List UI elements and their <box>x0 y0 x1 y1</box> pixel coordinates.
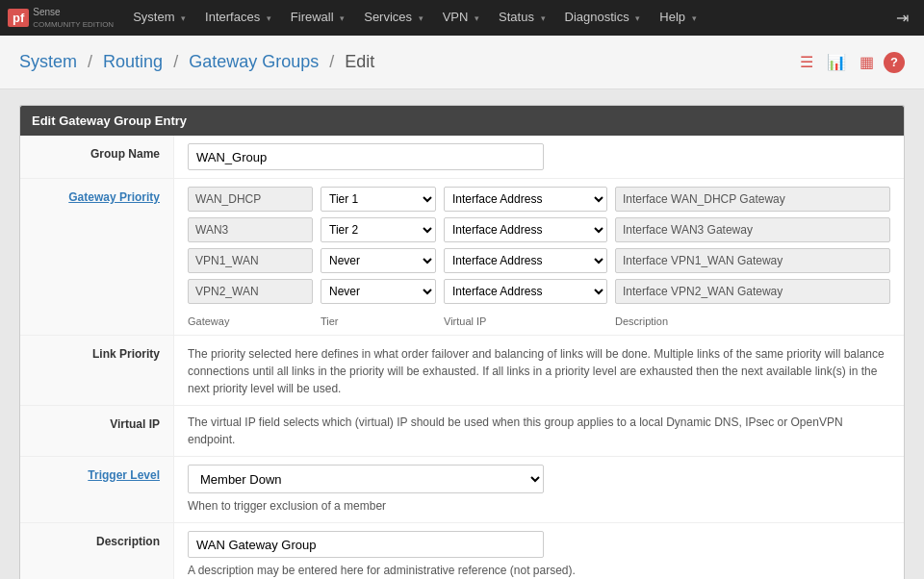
gateway-row-1: Tier 1 Tier 2 Tier 3 Tier 4 Tier 5 Never… <box>188 217 890 242</box>
breadcrumb-edit: Edit <box>345 52 374 71</box>
nav-item-help[interactable]: Help ▾ <box>650 0 706 37</box>
nav-item-vpn[interactable]: VPN ▾ <box>433 0 489 37</box>
description-row: Description A description may be entered… <box>20 523 904 579</box>
nav-item-services[interactable]: Services ▾ <box>354 0 432 37</box>
gateway-row-2: Tier 1 Tier 2 Tier 3 Tier 4 Tier 5 Never… <box>188 248 890 273</box>
panel-body: Group Name Gateway Priority Tier 1 <box>20 136 904 579</box>
group-name-content <box>174 136 904 178</box>
virtual-ip-label: Virtual IP <box>110 417 160 431</box>
trigger-level-select[interactable]: Member Down Packet Loss High Latency Pac… <box>188 465 544 493</box>
help-icon[interactable]: ? <box>884 52 905 73</box>
nav-item-firewall[interactable]: Firewall ▾ <box>281 0 354 37</box>
gateway-priority-label[interactable]: Gateway Priority <box>68 190 160 204</box>
gw-tier-select-2[interactable]: Tier 1 Tier 2 Tier 3 Tier 4 Tier 5 Never <box>321 248 436 273</box>
trigger-level-row: Trigger Level Member Down Packet Loss Hi… <box>20 457 904 523</box>
group-name-row: Group Name <box>20 136 904 179</box>
gw-desc-1[interactable] <box>615 217 890 242</box>
trigger-level-label-col: Trigger Level <box>20 457 174 522</box>
description-content: A description may be entered here for ad… <box>174 523 904 579</box>
col-description: Description <box>615 315 890 327</box>
col-tier: Tier <box>321 315 436 327</box>
gw-column-headers: Gateway Tier Virtual IP Description <box>188 315 890 327</box>
breadcrumb-sep-2: / <box>173 52 178 71</box>
navbar: pf SenseCOMMUNITY EDITION System ▾ Inter… <box>0 0 924 36</box>
nav-menu: System ▾ Interfaces ▾ Firewall ▾ Service… <box>123 0 888 37</box>
col-virtual-ip: Virtual IP <box>444 315 607 327</box>
gw-desc-2[interactable] <box>615 248 890 273</box>
link-priority-content: The priority selected here defines in wh… <box>174 336 904 405</box>
virtual-ip-content: The virtual IP field selects which (virt… <box>174 406 904 456</box>
gw-vip-select-1[interactable]: Interface Address Other <box>444 217 607 242</box>
breadcrumb: System / Routing / Gateway Groups / Edit <box>19 52 374 72</box>
gw-name-3[interactable] <box>188 279 313 304</box>
gw-vip-select-3[interactable]: Interface Address Other <box>444 279 607 304</box>
gw-vip-select-2[interactable]: Interface Address Other <box>444 248 607 273</box>
virtual-ip-row: Virtual IP The virtual IP field selects … <box>20 406 904 457</box>
main-content: Edit Gateway Group Entry Group Name Gate… <box>0 89 924 579</box>
gateway-priority-content: Tier 1 Tier 2 Tier 3 Tier 4 Tier 5 Never… <box>174 179 904 335</box>
gw-tier-select-0[interactable]: Tier 1 Tier 2 Tier 3 Tier 4 Tier 5 Never <box>321 187 436 212</box>
breadcrumb-bar: System / Routing / Gateway Groups / Edit… <box>0 36 924 89</box>
chart-icon[interactable]: 📊 <box>823 51 850 73</box>
col-gateway: Gateway <box>188 315 313 327</box>
description-input[interactable] <box>188 531 544 558</box>
breadcrumb-sep-3: / <box>329 52 334 71</box>
gw-tier-select-3[interactable]: Tier 1 Tier 2 Tier 3 Tier 4 Tier 5 Never <box>321 279 436 304</box>
link-priority-row: Link Priority The priority selected here… <box>20 336 904 406</box>
logout-icon[interactable]: ⇥ <box>888 9 916 27</box>
edit-panel: Edit Gateway Group Entry Group Name Gate… <box>19 105 905 579</box>
gateway-priority-label-col: Gateway Priority <box>20 179 174 335</box>
breadcrumb-system[interactable]: System <box>19 52 77 71</box>
gw-name-2[interactable] <box>188 248 313 273</box>
breadcrumb-gateway-groups[interactable]: Gateway Groups <box>189 52 319 71</box>
gw-tier-select-1[interactable]: Tier 1 Tier 2 Tier 3 Tier 4 Tier 5 Never <box>321 217 436 242</box>
gw-desc-3[interactable] <box>615 279 890 304</box>
virtual-ip-text: The virtual IP field selects which (virt… <box>188 414 890 448</box>
trigger-level-help: When to trigger exclusion of a member <box>188 497 890 515</box>
nav-item-diagnostics[interactable]: Diagnostics ▾ <box>555 0 651 37</box>
panel-heading: Edit Gateway Group Entry <box>20 106 904 136</box>
gateway-row-0: Tier 1 Tier 2 Tier 3 Tier 4 Tier 5 Never… <box>188 187 890 212</box>
logo: pf SenseCOMMUNITY EDITION <box>8 7 114 30</box>
list-icon[interactable]: ☰ <box>796 51 817 73</box>
gw-name-1[interactable] <box>188 217 313 242</box>
panel-title: Edit Gateway Group Entry <box>32 113 187 128</box>
gw-name-0[interactable] <box>188 187 313 212</box>
description-label: Description <box>96 535 160 548</box>
breadcrumb-sep-1: / <box>88 52 92 71</box>
trigger-level-label[interactable]: Trigger Level <box>88 468 160 482</box>
gateway-priority-row: Gateway Priority Tier 1 Tier 2 Tier 3 Ti… <box>20 179 904 336</box>
link-priority-label: Link Priority <box>92 347 160 361</box>
logo-box: pf <box>8 9 29 27</box>
virtual-ip-label-col: Virtual IP <box>20 406 174 456</box>
group-name-input[interactable] <box>188 143 544 170</box>
gw-vip-select-0[interactable]: Interface Address Other <box>444 187 607 212</box>
nav-item-system[interactable]: System ▾ <box>123 0 195 37</box>
nav-item-status[interactable]: Status ▾ <box>489 0 554 37</box>
logo-text: SenseCOMMUNITY EDITION <box>33 7 114 30</box>
description-label-col: Description <box>20 523 174 579</box>
breadcrumb-routing[interactable]: Routing <box>103 52 163 71</box>
gateway-row-3: Tier 1 Tier 2 Tier 3 Tier 4 Tier 5 Never… <box>188 279 890 304</box>
group-name-label-col: Group Name <box>20 136 174 178</box>
group-name-label: Group Name <box>90 147 160 161</box>
trigger-level-content: Member Down Packet Loss High Latency Pac… <box>174 457 904 522</box>
gw-desc-0[interactable] <box>615 187 890 212</box>
link-priority-label-col: Link Priority <box>20 336 174 405</box>
breadcrumb-icons: ☰ 📊 ▦ ? <box>796 51 905 73</box>
link-priority-text: The priority selected here defines in wh… <box>188 345 890 397</box>
nav-item-interfaces[interactable]: Interfaces ▾ <box>195 0 281 37</box>
description-help: A description may be entered here for ad… <box>188 562 890 579</box>
grid-icon[interactable]: ▦ <box>856 51 878 73</box>
